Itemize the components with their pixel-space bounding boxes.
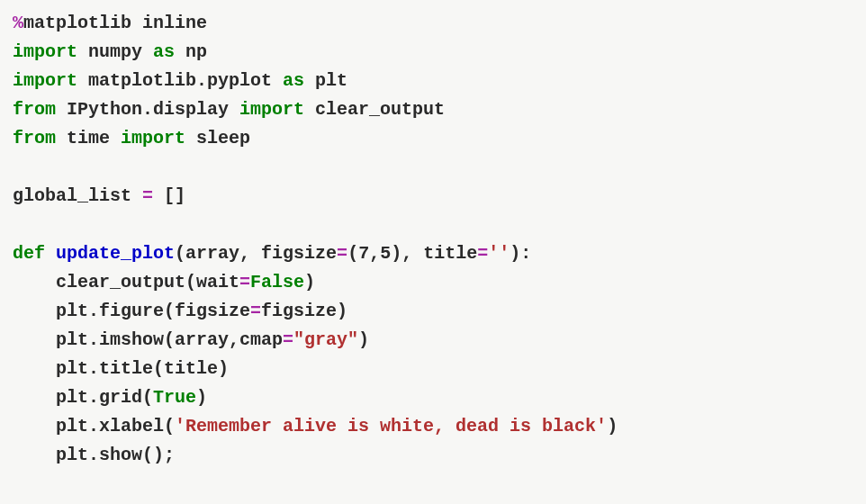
module-name: time: [56, 128, 121, 148]
comma: ,: [369, 243, 380, 264]
paren-close: ): [196, 387, 207, 408]
number: 5: [380, 243, 391, 264]
string-literal: "gray": [293, 329, 358, 350]
call-text: plt.title(title): [56, 358, 229, 379]
keyword-as: as: [153, 41, 175, 62]
space: [45, 243, 56, 264]
keyword-import: import: [13, 41, 77, 62]
call-text: plt.show();: [56, 445, 175, 465]
assign-op: =: [239, 272, 250, 292]
code-line-14: plt.xlabel('Remember alive is white, dea…: [13, 412, 853, 441]
code-line-10: plt.figure(figsize=figsize): [13, 297, 853, 326]
keyword-from: from: [13, 99, 56, 120]
indent: [13, 358, 56, 379]
assign-op: =: [337, 243, 347, 264]
indent: [13, 416, 56, 436]
indent: [13, 272, 56, 292]
assign-op: =: [283, 329, 293, 350]
call-text: plt.figure(figsize: [56, 301, 250, 321]
paren-close: ): [607, 416, 618, 436]
blank: [13, 157, 23, 177]
code-line-2: import matplotlib.pyplot as plt: [13, 67, 853, 95]
code-line-13: plt.grid(True): [13, 383, 853, 412]
indent: [13, 329, 56, 350]
module-name: IPython.display: [56, 99, 239, 120]
magic-percent: %: [13, 13, 23, 33]
alias-name: np: [175, 41, 207, 62]
code-block: %matplotlib inlineimport numpy as npimpo…: [13, 9, 853, 470]
call-text: plt.grid(: [56, 387, 153, 408]
paren-close: ): [304, 272, 315, 292]
module-name: numpy: [77, 41, 153, 62]
bool-literal: True: [153, 387, 196, 408]
code-line-1: import numpy as np: [13, 38, 853, 67]
code-line-3: from IPython.display import clear_output: [13, 95, 853, 124]
call-text: figsize): [261, 301, 347, 321]
assign-op: =: [142, 185, 153, 206]
paren-open: (: [175, 243, 185, 264]
paren-close: ): [358, 329, 369, 350]
keyword-as: as: [283, 70, 304, 91]
alias-name: plt: [304, 70, 347, 91]
code-line-11: plt.imshow(array,cmap="gray"): [13, 326, 853, 355]
paren-close: ):: [510, 243, 531, 264]
keyword-import: import: [239, 99, 304, 120]
code-line-12: plt.title(title): [13, 355, 853, 383]
keyword-import: import: [121, 128, 185, 148]
number: 7: [358, 243, 369, 264]
code-line-0: %matplotlib inline: [13, 9, 853, 38]
code-line-8: def update_plot(array, figsize=(7,5), ti…: [13, 239, 853, 268]
indent: [13, 387, 56, 408]
function-name: update_plot: [56, 243, 175, 264]
code-line-6: global_list = []: [13, 182, 853, 211]
assign-op: =: [477, 243, 488, 264]
magic-text: matplotlib inline: [23, 13, 207, 33]
module-name: matplotlib.pyplot: [77, 70, 283, 91]
blank: [13, 214, 23, 235]
code-line-4: from time import sleep: [13, 124, 853, 153]
code-line-5-blank: [13, 153, 853, 182]
paren-open: (: [347, 243, 358, 264]
call-text: plt.xlabel(: [56, 416, 175, 436]
call-text: clear_output(wait: [56, 272, 239, 292]
param-text: ), title: [391, 243, 477, 264]
code-line-9: clear_output(wait=False): [13, 268, 853, 297]
indent: [13, 301, 56, 321]
import-name: clear_output: [304, 99, 445, 120]
bool-literal: False: [250, 272, 304, 292]
code-line-7-blank: [13, 211, 853, 239]
assign-op: =: [250, 301, 261, 321]
call-text: plt.imshow(array,cmap: [56, 329, 283, 350]
indent: [13, 445, 56, 465]
string-literal: '': [488, 243, 510, 264]
param-text: array, figsize: [185, 243, 337, 264]
import-name: sleep: [185, 128, 250, 148]
list-literal: []: [153, 185, 185, 206]
var-name: global_list: [13, 185, 142, 206]
keyword-def: def: [13, 243, 45, 264]
keyword-from: from: [13, 128, 56, 148]
keyword-import: import: [13, 70, 77, 91]
code-line-15: plt.show();: [13, 441, 853, 470]
string-literal: 'Remember alive is white, dead is black': [175, 416, 607, 436]
